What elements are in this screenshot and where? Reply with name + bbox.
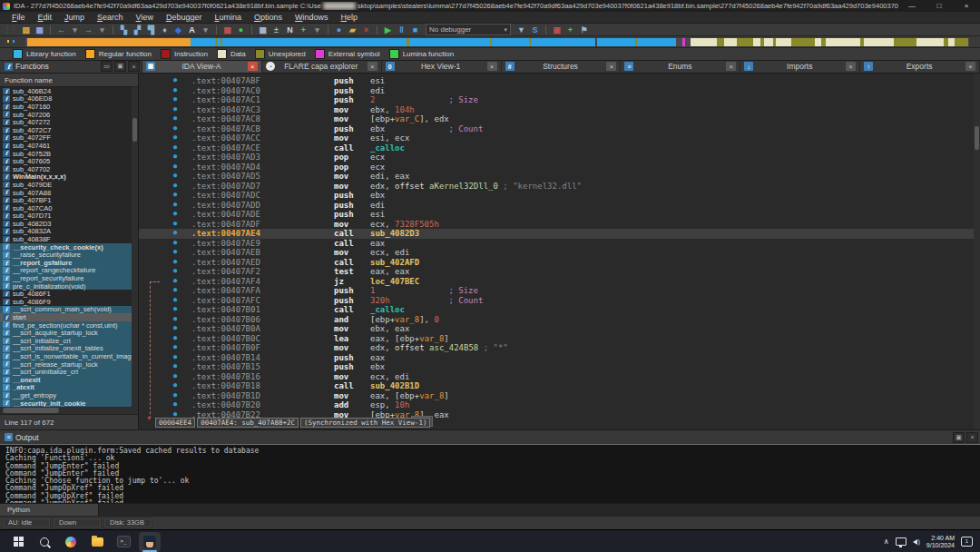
function-list-item[interactable]: f__scrt_acquire_startup_lock: [0, 329, 138, 337]
save-database-icon[interactable]: ▦: [34, 25, 45, 35]
function-list-item[interactable]: fsub_407206: [0, 111, 138, 119]
menu-windows[interactable]: Windows: [289, 12, 335, 23]
disasm-line[interactable]: ●.text:00407AC1push2 ; Size: [139, 95, 980, 105]
function-list-item[interactable]: f__scrt_common_main_seh(void): [0, 306, 138, 314]
disasm-line[interactable]: ●.text:00407AE4callsub_4082D3: [139, 229, 980, 239]
disasm-line[interactable]: ●.text:00407AD7movedx, offset aKernel32D…: [139, 182, 980, 192]
fill-icon[interactable]: ◆: [172, 25, 184, 35]
prev-location-icon[interactable]: ▚: [118, 25, 130, 35]
function-list-item[interactable]: fsub_4086F1: [0, 290, 138, 298]
disasm-line[interactable]: ●.text:00407B0Amovebx, eax: [139, 324, 980, 334]
disasm-line[interactable]: ●.text:00407B18callsub_402B1D: [139, 381, 980, 391]
close-tab-icon[interactable]: ×: [368, 62, 377, 71]
function-list-item[interactable]: fsub_406B24: [0, 87, 138, 95]
disasm-line[interactable]: ●.text:00407AC8mov[ebp+var_C], edx: [139, 114, 980, 124]
memory-snapshot-icon[interactable]: ▼: [515, 25, 527, 35]
screenshot-icon[interactable]: ▩: [221, 25, 233, 35]
disassembly-view[interactable]: ●.text:00407ABFpushesi●.text:00407AC0pus…: [139, 74, 980, 429]
function-list-item[interactable]: fsub_407605: [0, 157, 138, 165]
function-list-item[interactable]: f__scrt_release_startup_lock: [0, 360, 138, 369]
function-list-item[interactable]: fsub_407272: [0, 118, 138, 126]
taskbar-ida-icon[interactable]: [139, 532, 161, 552]
disasm-line[interactable]: ●.text:00407B1Dmoveax, [ebp+var_8]: [139, 391, 980, 401]
menu-edit[interactable]: Edit: [32, 12, 59, 23]
disasm-line[interactable]: ●.text:00407B16movecx, edi: [139, 372, 980, 382]
nav-forward-dropdown-icon[interactable]: ▾: [96, 25, 108, 35]
menu-help[interactable]: Help: [335, 12, 365, 23]
function-list-item[interactable]: f__report_securityfailure: [0, 274, 138, 282]
function-list-item[interactable]: fsub_4072C7: [0, 126, 138, 134]
disasm-line[interactable]: ●.text:00407B0Fmovedx, offset asc_424B58…: [139, 343, 980, 353]
function-list-item[interactable]: f__scrt_initialize_crt: [0, 337, 138, 345]
disasm-line[interactable]: ●.text:00407ABFpushesi: [139, 76, 980, 86]
disasm-line[interactable]: ●.text:00407ADEpushesi: [139, 210, 980, 220]
debug-pause-icon[interactable]: ‖: [396, 25, 407, 35]
function-list-item[interactable]: fsub_40838F: [0, 235, 138, 243]
network-icon[interactable]: [896, 537, 906, 546]
add-dropdown-icon[interactable]: ▾: [311, 25, 323, 35]
lumina-status-icon[interactable]: ●: [235, 25, 247, 35]
maximize-pane-icon[interactable]: ▭: [101, 61, 113, 72]
function-list-item[interactable]: f_atexit: [0, 384, 138, 392]
close-tab-icon[interactable]: ×: [248, 62, 258, 71]
disasm-line[interactable]: ●.text:00407B0Cleaeax, [ebp+var_8]: [139, 334, 980, 344]
colors-icon[interactable]: ▰: [347, 25, 358, 35]
menu-view[interactable]: View: [130, 12, 160, 23]
disasm-line[interactable]: ●.text:00407AD5movedi, eax: [139, 172, 980, 182]
menu-lumina[interactable]: Lumina: [208, 12, 248, 23]
nav-back-dropdown-icon[interactable]: ▾: [69, 25, 81, 35]
disasm-line[interactable]: ●.text:00407B06and[ebp+var_8], 0: [139, 315, 980, 325]
jump-by-name-icon[interactable]: ▜: [145, 25, 157, 35]
function-list-item[interactable]: ffind_pe_section(uchar * const,uint): [0, 321, 138, 330]
notepad-icon[interactable]: N: [284, 25, 296, 35]
python-input[interactable]: [99, 504, 980, 516]
tab-flare-capa-explorer[interactable]: ◔FLARE capa explorer×: [262, 61, 382, 73]
internet-icon[interactable]: ●: [333, 25, 345, 35]
function-list-item[interactable]: fsub_4086F9: [0, 298, 138, 306]
breakpoints-icon[interactable]: ▣: [551, 25, 563, 35]
scrollbar-thumb[interactable]: [975, 126, 979, 150]
nav-back-icon[interactable]: ←: [55, 25, 67, 35]
menu-file[interactable]: File: [5, 12, 32, 23]
close-tab-icon[interactable]: ×: [846, 62, 856, 71]
functions-column-header[interactable]: Function name: [0, 74, 138, 87]
function-list-item[interactable]: fsub_4082D3: [0, 220, 138, 228]
disasm-line[interactable]: ●.text:00407B15pushebx: [139, 362, 980, 372]
tab-exports[interactable]: ↑Exports×: [860, 61, 980, 73]
function-list-item[interactable]: f__report_gsfailure: [0, 259, 138, 267]
undock-pane-icon[interactable]: ▣: [953, 432, 965, 443]
functions-vertical-scrollbar[interactable]: [132, 87, 138, 407]
function-list-item[interactable]: fpre_c_initialization(void): [0, 282, 138, 291]
debug-start-icon[interactable]: ▶: [382, 25, 394, 35]
scrollbar-thumb[interactable]: [3, 408, 59, 413]
function-list-item[interactable]: fstart: [0, 313, 138, 321]
cancel-analysis-icon[interactable]: ×: [360, 25, 372, 35]
next-location-icon[interactable]: ▞: [132, 25, 143, 35]
function-list-item[interactable]: fsub_407A88: [0, 189, 138, 197]
disassembly-vertical-scrollbar[interactable]: [974, 74, 980, 429]
tab-enums[interactable]: ≡Enums×: [621, 61, 740, 73]
disasm-line[interactable]: ●.text:00407AE9calleax: [139, 239, 980, 249]
disasm-line[interactable]: ●.text:00407ACEcall_calloc: [139, 143, 980, 153]
disasm-line[interactable]: ●.text:00407ACBpushebx ; Count: [139, 124, 980, 134]
disasm-line[interactable]: ●.text:00407B01call_calloc: [139, 305, 980, 315]
disasm-line[interactable]: ●.text:00407AF4jzloc_407BEC: [139, 277, 980, 287]
tab-hex-view-1[interactable]: 0Hex View-1×: [382, 61, 502, 73]
taskbar-search-icon[interactable]: [34, 532, 55, 552]
close-button[interactable]: ×: [953, 0, 980, 12]
close-tab-icon[interactable]: ×: [606, 62, 616, 71]
tab-structures[interactable]: #Structures×: [502, 61, 622, 73]
capa-explorer-icon[interactable]: S: [529, 25, 541, 35]
function-list-item[interactable]: f__scrt_uninitialize_crt: [0, 368, 138, 376]
function-list-item[interactable]: fsub_40832A: [0, 228, 138, 236]
disasm-line[interactable]: ●.text:00407ACCmovesi, ecx: [139, 133, 980, 143]
function-list-item[interactable]: f__raise_securityfailure: [0, 251, 138, 259]
disasm-line[interactable]: ●.text:00407AFApush1 ; Size: [139, 286, 980, 296]
function-list-item[interactable]: fsub_407160: [0, 103, 138, 111]
function-list-item[interactable]: fsub_4072FF: [0, 134, 138, 143]
close-tab-icon[interactable]: ×: [487, 62, 497, 71]
function-list-item[interactable]: f__scrt_is_nonwritable_in_current_image: [0, 352, 138, 360]
close-tab-icon[interactable]: ×: [965, 62, 975, 71]
ascii-strings-icon[interactable]: A: [186, 25, 198, 35]
function-list-item[interactable]: fsub_4079DE: [0, 181, 138, 189]
